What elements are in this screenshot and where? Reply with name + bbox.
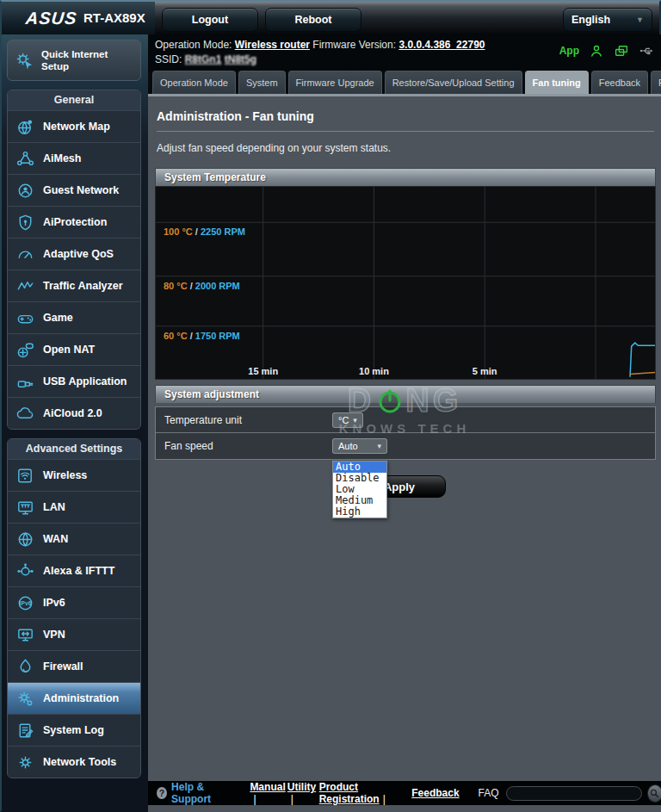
quick-setup-label: Quick Internet Setup: [41, 48, 108, 73]
temperature-unit-value: °C: [338, 415, 349, 425]
router-info-bar: Operation Mode: Wireless router Firmware…: [148, 34, 661, 71]
usb-status-icon[interactable]: [639, 43, 654, 59]
firmware-version-link[interactable]: 3.0.0.4.386_22790: [398, 39, 485, 51]
section-header-system-adjustment: System adjustment: [155, 385, 656, 403]
firmware-label: Firmware Version:: [312, 39, 396, 51]
sidebar-item-quick-internet-setup[interactable]: Quick Internet Setup: [7, 40, 141, 81]
aicloud-icon: [15, 404, 35, 424]
manual-link[interactable]: Manual: [250, 781, 287, 805]
firewall-flame-icon: [15, 657, 35, 677]
sidebar-item-traffic-analyzer[interactable]: Traffic Analyzer: [8, 270, 140, 301]
reboot-button[interactable]: Reboot: [265, 8, 361, 32]
sidebar-item-aicloud[interactable]: AiCloud 2.0: [8, 397, 140, 429]
temperature-unit-select[interactable]: °C ▾: [332, 412, 363, 428]
tab-fan-tuning[interactable]: Fan tuning: [525, 71, 589, 94]
aiprotection-shield-icon: [15, 213, 35, 232]
faq-search-button[interactable]: [647, 784, 661, 803]
section-title: System adjustment: [164, 388, 259, 400]
apply-button-label: Apply: [384, 480, 415, 493]
fan-speed-select[interactable]: Auto ▾: [332, 438, 387, 454]
sidebar-group-advanced-title: Advanced Settings: [8, 439, 140, 459]
client-user-icon[interactable]: [589, 43, 604, 59]
info-line-1: Operation Mode: Wireless router Firmware…: [155, 39, 485, 51]
help-support-link[interactable]: Help & Support: [171, 781, 236, 805]
sidebar-item-label: Wireless: [43, 469, 87, 481]
temperature-unit-row: Temperature unit °C ▾: [156, 407, 655, 433]
main-content: Administration - Fan tuning Adjust fan s…: [148, 96, 661, 812]
sidebar-item-system-log[interactable]: System Log: [8, 714, 140, 746]
tab-label: Operation Mode: [160, 77, 228, 88]
guest-network-icon: [15, 181, 35, 201]
sidebar-item-label: AiMesh: [43, 152, 81, 164]
tab-system[interactable]: System: [238, 71, 286, 94]
tab-feedback[interactable]: Feedback: [591, 71, 648, 94]
sidebar-item-wireless[interactable]: Wireless: [8, 459, 140, 491]
page-title: Administration - Fan tuning: [157, 109, 654, 123]
operation-mode-link[interactable]: Wireless router: [235, 39, 310, 51]
sidebar-item-guest-network[interactable]: Guest Network: [8, 174, 140, 206]
section-header-system-temperature: System Temperature: [155, 168, 656, 186]
tab-label: Firmware Upgrade: [296, 77, 374, 88]
status-icons: App: [559, 43, 654, 59]
language-dropdown[interactable]: English ▼: [563, 8, 652, 32]
sidebar-item-network-map[interactable]: Network Map: [8, 110, 140, 142]
sidebar-item-label: Game: [43, 312, 73, 324]
tab-firmware-upgrade[interactable]: Firmware Upgrade: [288, 71, 382, 94]
sidebar-group-general: General Network Map AiMesh Guest Network…: [7, 90, 141, 430]
sidebar-item-adaptive-qos[interactable]: Adaptive QoS: [8, 238, 140, 270]
tab-operation-mode[interactable]: Operation Mode: [152, 71, 236, 94]
sidebar-item-label: USB Application: [43, 375, 127, 387]
sidebar-item-aimesh[interactable]: AiMesh: [8, 142, 140, 174]
sidebar-item-label: WAN: [43, 533, 68, 545]
tab-privacy[interactable]: Privacy: [651, 71, 661, 94]
system-log-icon: [15, 721, 35, 741]
utility-link[interactable]: Utility: [287, 781, 319, 805]
sidebar-item-firewall[interactable]: Firewall: [8, 650, 140, 682]
traffic-analyzer-icon: [15, 276, 35, 296]
product-registration-link[interactable]: Product Registration: [319, 781, 412, 805]
router-admin-page: ASUS RT-AX89X Logout Reboot English ▼ Op…: [0, 0, 661, 812]
sidebar-item-label: System Log: [43, 724, 104, 736]
chevron-down-icon: ▾: [353, 416, 357, 425]
sidebar-item-vpn[interactable]: VPN: [8, 618, 140, 650]
open-nat-icon: [15, 340, 35, 360]
title-divider: [157, 131, 654, 132]
page-description: Adjust fan speed depending on your syste…: [157, 142, 654, 154]
aimesh-icon: [15, 149, 35, 169]
footer-bar: ? Help & Support Manual Utility Product …: [148, 781, 661, 805]
tab-label: Feedback: [599, 77, 640, 88]
sidebar-item-label: LAN: [43, 501, 65, 513]
connected-devices-icon[interactable]: [614, 43, 629, 59]
sidebar-item-alexa-ifttt[interactable]: Alexa & IFTTT: [8, 555, 140, 586]
faq-search-input[interactable]: [506, 786, 642, 801]
sidebar-item-administration[interactable]: Administration: [8, 682, 140, 714]
feedback-link[interactable]: Feedback: [411, 787, 459, 799]
sidebar-item-game[interactable]: Game: [8, 301, 140, 333]
ssid-link-2[interactable]: tN8t5g: [225, 53, 256, 65]
fan-speed-option-high[interactable]: High: [333, 506, 386, 518]
quick-setup-icon: [15, 51, 34, 71]
sidebar-item-network-tools[interactable]: Network Tools: [8, 746, 140, 778]
sidebar-nav: Quick Internet Setup General Network Map…: [2, 34, 148, 812]
administration-gear-icon: [15, 689, 35, 709]
tab-restore-save-upload[interactable]: Restore/Save/Upload Setting: [385, 71, 522, 94]
sidebar-group-advanced: Advanced Settings Wireless LAN WAN Alexa…: [7, 438, 141, 778]
asus-logo: ASUS: [25, 9, 78, 28]
sidebar-item-label: AiCloud 2.0: [43, 407, 102, 419]
sidebar-item-label: IPv6: [43, 597, 65, 609]
reboot-button-label: Reboot: [294, 14, 331, 26]
sidebar-item-open-nat[interactable]: Open NAT: [8, 333, 140, 365]
sidebar-item-aiprotection[interactable]: AiProtection: [8, 206, 140, 238]
sidebar-item-wan[interactable]: WAN: [8, 523, 140, 555]
sidebar-item-lan[interactable]: LAN: [8, 491, 140, 523]
app-link[interactable]: App: [559, 45, 579, 57]
ssid-link-1[interactable]: R8tGn1: [185, 53, 222, 65]
operation-mode-label: Operation Mode:: [155, 39, 232, 51]
section-title: System Temperature: [164, 171, 266, 183]
top-header-bar: ASUS RT-AX89X Logout Reboot English ▼: [2, 2, 659, 34]
sidebar-item-ipv6[interactable]: IPv6 IPv6: [8, 586, 140, 618]
logout-button[interactable]: Logout: [162, 8, 258, 32]
faq-label: FAQ: [479, 787, 499, 799]
sidebar-item-usb-application[interactable]: USB Application: [8, 365, 140, 397]
lan-icon: [15, 498, 35, 518]
